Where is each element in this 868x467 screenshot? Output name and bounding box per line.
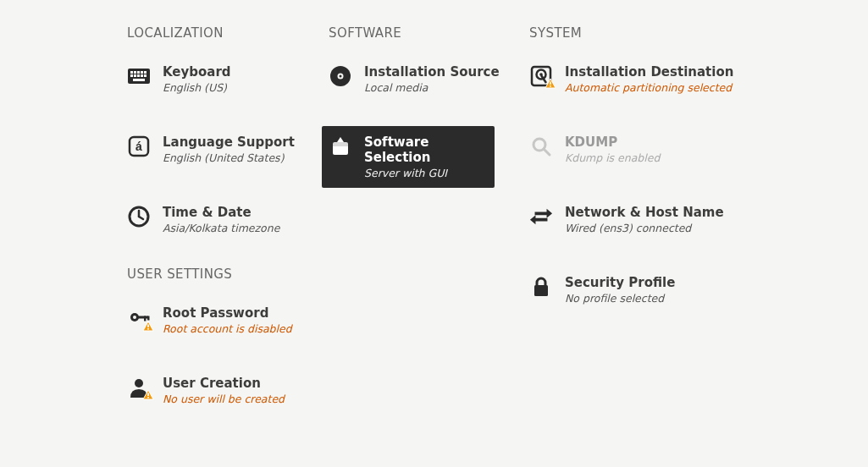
svg-line-39 xyxy=(544,149,550,155)
svg-rect-26 xyxy=(147,397,149,398)
svg-rect-31 xyxy=(333,142,348,146)
spoke-title: Installation Destination xyxy=(565,64,733,80)
svg-rect-23 xyxy=(147,328,149,330)
spoke-title: Network & Host Name xyxy=(565,205,724,220)
spoke-title: KDUMP xyxy=(565,135,660,150)
spoke-status: Local media xyxy=(364,81,500,94)
spoke-status: No profile selected xyxy=(565,292,675,305)
clock-icon xyxy=(127,205,151,228)
search-icon xyxy=(529,135,553,158)
svg-rect-4 xyxy=(141,71,143,74)
svg-rect-3 xyxy=(137,71,140,74)
heading-software: SOFTWARE xyxy=(329,25,549,41)
network-icon xyxy=(529,205,553,228)
spoke-language-support[interactable]: á Language Support English (United State… xyxy=(120,126,347,173)
svg-rect-37 xyxy=(550,85,551,87)
svg-point-29 xyxy=(340,75,342,78)
svg-text:á: á xyxy=(135,140,142,153)
svg-rect-5 xyxy=(144,71,147,74)
spoke-title: Keyboard xyxy=(163,64,231,80)
svg-rect-25 xyxy=(147,393,149,397)
spoke-status: No user will be created xyxy=(163,393,285,405)
spoke-title: User Creation xyxy=(163,376,285,391)
svg-rect-21 xyxy=(147,316,150,321)
spoke-keyboard[interactable]: Keyboard English (US) xyxy=(120,56,347,102)
spoke-title: Software Selection xyxy=(364,135,488,165)
spoke-title: Security Profile xyxy=(565,275,675,290)
spoke-status: Asia/Kolkata timezone xyxy=(163,222,279,234)
language-icon: á xyxy=(127,135,151,158)
spoke-software-selection[interactable]: Software Selection Server with GUI xyxy=(322,126,495,188)
svg-point-24 xyxy=(135,379,143,387)
spoke-status: English (US) xyxy=(163,81,231,94)
spoke-installation-source[interactable]: Installation Source Local media xyxy=(322,56,549,102)
svg-rect-40 xyxy=(534,285,548,296)
spoke-status: Server with GUI xyxy=(364,167,488,179)
spoke-title: Installation Source xyxy=(364,64,500,80)
svg-rect-9 xyxy=(141,74,143,77)
svg-rect-22 xyxy=(147,325,149,328)
spoke-root-password[interactable]: Root Password Root account is disabled xyxy=(120,297,347,343)
spoke-status: English (United States) xyxy=(163,151,295,164)
spoke-kdump[interactable]: KDUMP Kdump is enabled xyxy=(522,126,749,173)
spoke-title: Language Support xyxy=(163,135,295,150)
spoke-status: Wired (ens3) connected xyxy=(565,222,724,234)
spoke-time-date[interactable]: Time & Date Asia/Kolkata timezone xyxy=(120,196,347,243)
key-icon xyxy=(127,305,151,329)
svg-rect-6 xyxy=(130,74,133,77)
svg-rect-1 xyxy=(130,71,133,74)
keyboard-icon xyxy=(127,64,151,88)
heading-localization: LOCALIZATION xyxy=(127,25,347,41)
spoke-network[interactable]: Network & Host Name Wired (ens3) connect… xyxy=(522,196,749,243)
svg-point-18 xyxy=(133,316,136,319)
user-icon xyxy=(127,376,151,399)
svg-rect-19 xyxy=(138,316,148,319)
heading-system: SYSTEM xyxy=(529,25,749,41)
svg-rect-10 xyxy=(144,74,147,77)
svg-rect-2 xyxy=(134,71,136,74)
heading-user-settings: USER SETTINGS xyxy=(127,266,347,282)
svg-rect-7 xyxy=(134,74,136,77)
svg-rect-36 xyxy=(550,82,551,85)
spoke-status: Automatic partitioning selected xyxy=(565,81,733,94)
spoke-installation-destination[interactable]: Installation Destination Automatic parti… xyxy=(522,56,749,102)
svg-line-16 xyxy=(139,217,143,219)
package-icon xyxy=(329,135,352,158)
svg-rect-8 xyxy=(137,74,140,77)
svg-rect-11 xyxy=(133,79,145,81)
lock-icon xyxy=(529,275,553,299)
disk-icon xyxy=(529,64,553,88)
spoke-status: Root account is disabled xyxy=(163,322,292,335)
spoke-status: Kdump is enabled xyxy=(565,151,660,164)
disc-icon xyxy=(329,64,352,88)
spoke-title: Root Password xyxy=(163,305,292,321)
spoke-title: Time & Date xyxy=(163,205,279,220)
spoke-security-profile[interactable]: Security Profile No profile selected xyxy=(522,266,749,313)
spoke-user-creation[interactable]: User Creation No user will be created xyxy=(120,367,347,414)
